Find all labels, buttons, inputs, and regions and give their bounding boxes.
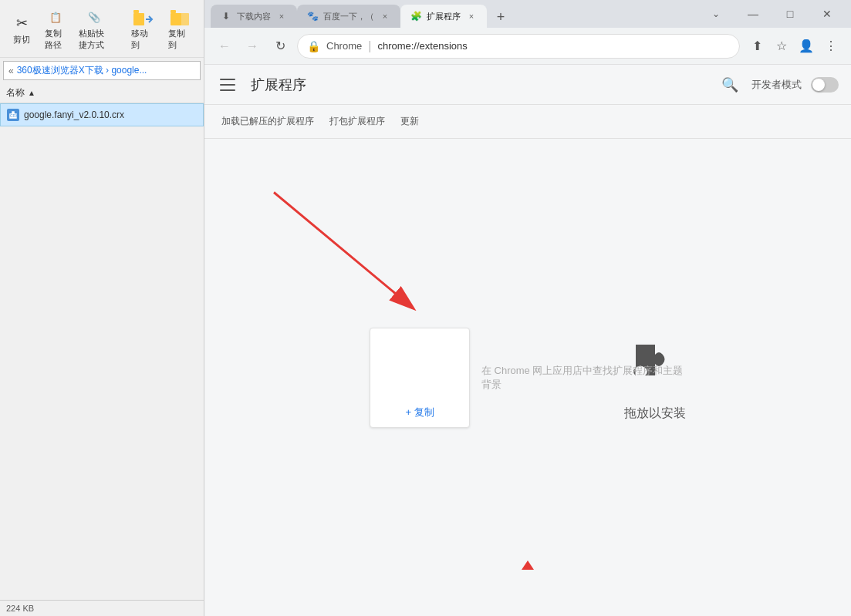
sub-toolbar: 加载已解压的扩展程序 打包扩展程序 更新: [204, 105, 851, 139]
bottom-triangle-indicator: [522, 560, 534, 570]
copy-to-icon: [168, 6, 193, 28]
cut-button[interactable]: ✂ 剪切: [6, 11, 37, 47]
arrow-down-button[interactable]: ⌄: [698, 6, 734, 22]
tab-extensions[interactable]: 🧩 扩展程序 ×: [400, 5, 487, 28]
svg-rect-4: [178, 13, 189, 25]
file-name: google.fanyi_v2.0.10.crx: [24, 109, 124, 120]
paste-shortcut-label: 粘贴快捷方式: [79, 28, 110, 51]
tab-favicon-downloads: ⬇: [220, 10, 232, 22]
share-button[interactable]: ⬆: [746, 35, 768, 57]
copy-path-icon: 📋: [43, 6, 68, 28]
dev-mode-label: 开发者模式: [751, 78, 802, 92]
svg-rect-0: [133, 13, 144, 25]
url-separator: |: [368, 39, 371, 53]
svg-rect-3: [171, 10, 176, 13]
breadcrumb: « 360极速浏览器X下载 › google...: [3, 61, 201, 80]
tab-close-baidu[interactable]: ×: [379, 10, 391, 22]
tab-downloads[interactable]: ⬇ 下载内容 ×: [211, 5, 297, 28]
svg-line-13: [274, 193, 413, 308]
status-size: 224 KB: [6, 604, 34, 613]
toolbar-section-edit: ✂ 剪切 📋 复制路径 📎 粘贴快捷方式: [6, 5, 114, 52]
copy-to-button[interactable]: 复制到: [164, 5, 198, 52]
new-tab-button[interactable]: +: [490, 6, 512, 28]
menu-line-3: [220, 89, 235, 91]
close-button[interactable]: ✕: [809, 6, 845, 22]
paste-shortcut-icon: 📎: [82, 6, 106, 28]
tab-label-extensions: 扩展程序: [427, 11, 461, 22]
pack-extension-button[interactable]: 打包扩展程序: [328, 112, 387, 131]
file-list-header: 名称 ▲: [0, 83, 204, 103]
menu-line-1: [220, 79, 235, 80]
chrome-title-bar: ⬇ 下载内容 × 🐾 百度一下，（ × 🧩 扩展程序 × + ⌄ —: [204, 0, 851, 28]
minimize-button[interactable]: —: [735, 6, 771, 22]
column-name[interactable]: 名称: [6, 86, 25, 99]
breadcrumb-text[interactable]: 360极速浏览器X下载 › google...: [17, 64, 147, 77]
maximize-button[interactable]: □: [772, 6, 808, 22]
extensions-header: 扩展程序 🔍 开发者模式: [204, 65, 851, 105]
status-bar: 224 KB: [0, 600, 204, 616]
update-button[interactable]: 更新: [399, 112, 420, 131]
extensions-page: 扩展程序 🔍 开发者模式 加载已解压的扩展程序 打包扩展程序 更新 + 复制 在…: [204, 65, 851, 616]
toolbar: ✂ 剪切 📋 复制路径 📎 粘贴快捷方式: [0, 0, 204, 58]
reload-button[interactable]: ↻: [269, 35, 291, 57]
address-actions: ⬆ ☆ 👤 ⋮: [746, 35, 842, 57]
forward-button[interactable]: →: [241, 35, 263, 57]
tab-bar: ⬇ 下载内容 × 🐾 百度一下，（ × 🧩 扩展程序 × +: [211, 5, 512, 28]
file-explorer: ✂ 剪切 📋 复制路径 📎 粘贴快捷方式: [0, 0, 204, 616]
address-bar: ← → ↻ 🔒 Chrome | chrome://extensions ⬆ ☆…: [204, 28, 851, 65]
drop-copy-label: + 复制: [405, 406, 434, 419]
tab-label-baidu: 百度一下，（: [323, 11, 374, 22]
load-unpacked-button[interactable]: 加载已解压的扩展程序: [220, 112, 316, 131]
back-button[interactable]: ←: [214, 35, 235, 57]
url-text: chrome://extensions: [377, 40, 467, 52]
menu-line-2: [220, 84, 235, 86]
drop-area: + 复制 在 Chrome 网上应用店中查找扩展程序和主题背景 拖放以安装: [204, 139, 851, 616]
paste-shortcut-button[interactable]: 📎 粘贴快捷方式: [74, 5, 114, 52]
drop-zone[interactable]: + 复制: [370, 328, 470, 428]
chrome-browser: ⬇ 下载内容 × 🐾 百度一下，（ × 🧩 扩展程序 × + ⌄ —: [204, 0, 851, 616]
dev-mode-toggle[interactable]: [811, 77, 839, 93]
browser-label: Chrome: [326, 40, 362, 52]
move-to-button[interactable]: 移动到: [127, 5, 160, 52]
tab-close-extensions[interactable]: ×: [465, 10, 478, 22]
security-icon: 🔒: [307, 40, 320, 52]
cut-label: 剪切: [13, 34, 30, 45]
url-bar[interactable]: 🔒 Chrome | chrome://extensions: [297, 34, 740, 59]
copy-path-button[interactable]: 📋 复制路径: [40, 5, 71, 52]
crx-file-icon: CRX: [7, 109, 19, 121]
browser-menu-button[interactable]: ⋮: [820, 35, 842, 57]
extensions-page-title: 扩展程序: [251, 76, 306, 94]
move-to-icon: [131, 6, 156, 28]
cut-icon: ✂: [9, 12, 34, 34]
file-item[interactable]: CRX google.fanyi_v2.0.10.crx: [0, 103, 204, 126]
toggle-knob: [812, 79, 825, 91]
move-to-label: 移动到: [131, 28, 156, 51]
drag-drop-label: 拖放以安装: [624, 406, 686, 422]
favorite-button[interactable]: ☆: [771, 35, 792, 57]
window-controls: ⌄ — □ ✕: [698, 6, 845, 22]
tab-label-downloads: 下载内容: [237, 11, 271, 22]
tab-baidu[interactable]: 🐾 百度一下，（ ×: [297, 5, 400, 28]
extensions-menu-button[interactable]: [217, 72, 241, 97]
profile-button[interactable]: 👤: [795, 35, 817, 57]
tab-favicon-baidu: 🐾: [306, 10, 319, 22]
copy-to-label: 复制到: [168, 28, 193, 51]
sort-arrow-icon: ▲: [28, 89, 35, 97]
copy-path-label: 复制路径: [45, 28, 66, 51]
store-hint-text: 在 Chrome 网上应用店中查找扩展程序和主题背景: [481, 364, 686, 392]
svg-text:CRX: CRX: [10, 113, 19, 118]
tab-favicon-extensions: 🧩: [410, 10, 422, 22]
svg-rect-1: [133, 10, 139, 13]
tab-close-downloads[interactable]: ×: [275, 10, 288, 22]
extensions-search-button[interactable]: 🔍: [718, 72, 742, 97]
